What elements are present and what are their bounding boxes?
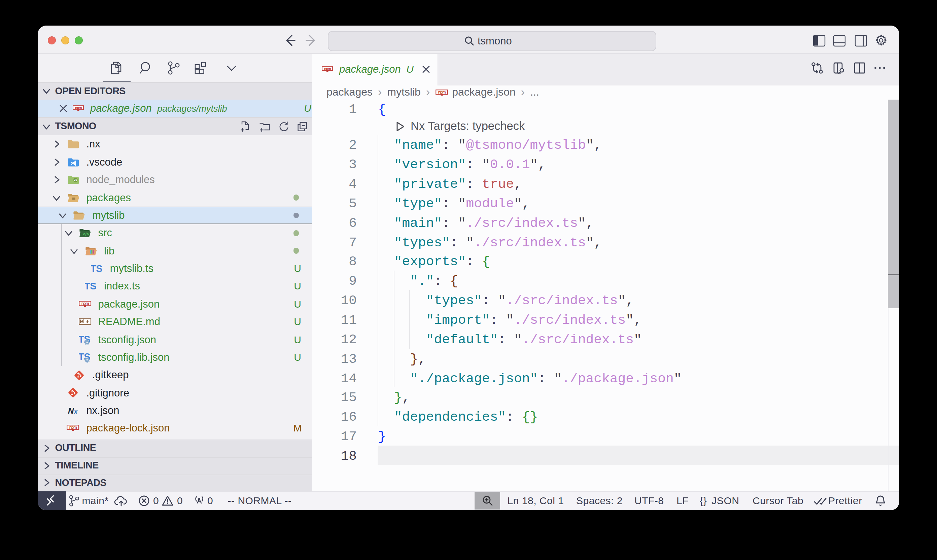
svg-text:</>: </> — [83, 232, 89, 237]
svg-text:N: N — [68, 406, 74, 415]
svg-text:npm: npm — [81, 301, 89, 306]
svg-text:npm: npm — [324, 67, 331, 71]
svg-text:npm: npm — [438, 90, 445, 95]
svg-text:TS: TS — [91, 263, 102, 274]
svg-text:JS: JS — [73, 178, 77, 182]
svg-text:npm: npm — [75, 106, 82, 110]
svg-text:TS: TS — [85, 281, 96, 291]
svg-text:x: x — [73, 408, 77, 415]
svg-text:npm: npm — [69, 425, 77, 430]
